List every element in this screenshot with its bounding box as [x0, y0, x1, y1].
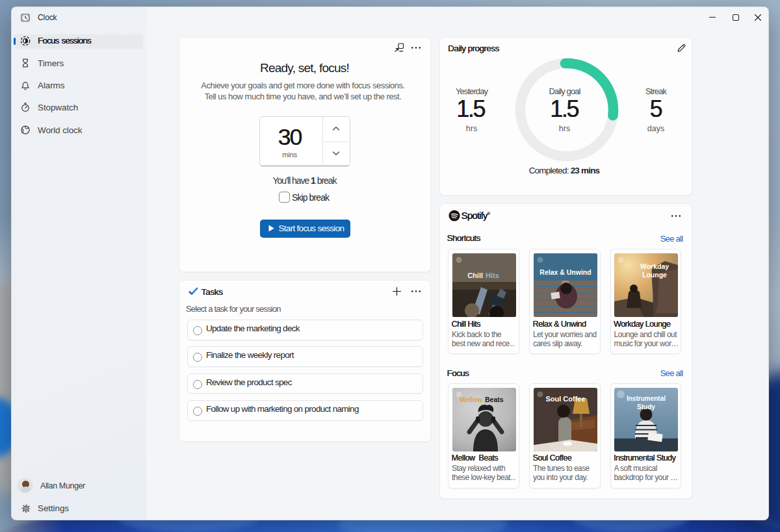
svg-text:Workday: Workday — [640, 262, 669, 270]
svg-text:Hits: Hits — [486, 272, 499, 279]
svg-text:Relax & Unwind: Relax & Unwind — [540, 268, 591, 276]
svg-text:Study: Study — [637, 403, 655, 411]
svg-text:Instrumental: Instrumental — [627, 395, 666, 402]
svg-text:Soul Coffee: Soul Coffee — [545, 395, 585, 403]
svg-text:Beats: Beats — [485, 396, 504, 403]
svg-text:Mellow: Mellow — [459, 396, 482, 403]
svg-text:Lounge: Lounge — [642, 271, 667, 279]
svg-text:Chill: Chill — [467, 272, 483, 279]
